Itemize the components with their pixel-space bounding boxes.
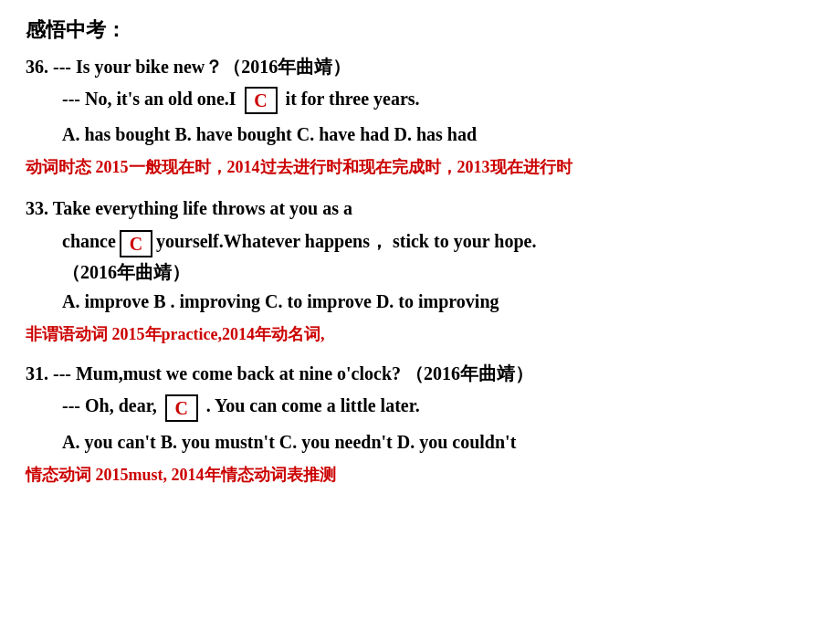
q36-number: 36. (26, 57, 48, 77)
question-36: 36. --- Is your bike new？（2016年曲靖） --- N… (26, 53, 814, 181)
q36-answer-line: --- No, it's an old one.I C it for three… (62, 84, 814, 114)
q33-number: 33. (26, 198, 48, 218)
q31-question: 31. --- Mum,must we come back at nine o'… (26, 360, 814, 387)
q36-answer-prefix: --- No, it's an old one.I (62, 89, 236, 109)
q31-answer-suffix: . You can come a little later. (206, 395, 420, 415)
q31-options: A. you can't B. you mustn't C. you needn… (62, 427, 814, 457)
q33-question-part1: Take everything life throws at you as a (53, 198, 352, 218)
q36-options: A. has bought B. have bought C. have had… (62, 120, 814, 149)
q33-question-line1: 33. Take everything life throws at you a… (26, 194, 814, 223)
q36-note: 动词时态 2015一般现在时，2014过去进行时和现在完成时，2013现在进行时 (26, 154, 814, 181)
q31-answer-prefix: --- Oh, dear, (62, 395, 157, 415)
q31-number: 31. (26, 363, 48, 383)
q33-answer-box: C (120, 230, 152, 257)
question-33: 33. Take everything life throws at you a… (26, 194, 814, 347)
question-31: 31. --- Mum,must we come back at nine o'… (26, 360, 814, 488)
q31-note: 情态动词 2015must, 2014年情态动词表推测 (26, 462, 814, 488)
q33-options: A. improve B . improving C. to improve D… (62, 287, 814, 316)
q36-answer-suffix: it for three years. (286, 89, 420, 109)
q31-question-text: --- Mum,must we come back at nine o'cloc… (53, 363, 533, 383)
q33-part2-prefix: chance (62, 231, 116, 251)
q33-question-line2: chanceCyourself.Whatever happens， stick … (62, 226, 814, 257)
q33-note: 非谓语动词 2015年practice,2014年动名词, (26, 321, 814, 348)
q31-answer-box: C (165, 394, 198, 422)
q31-answer-line: --- Oh, dear, C . You can come a little … (62, 391, 814, 421)
q36-question: 36. --- Is your bike new？（2016年曲靖） (26, 53, 814, 80)
q33-year: （2016年曲靖） (62, 257, 814, 287)
q36-answer-box: C (245, 87, 278, 114)
q33-part2-suffix: yourself.Whatever happens， stick to your… (156, 231, 537, 251)
q36-question-text: --- Is your bike new？（2016年曲靖） (53, 57, 351, 77)
page-title: 感悟中考： (26, 16, 814, 44)
